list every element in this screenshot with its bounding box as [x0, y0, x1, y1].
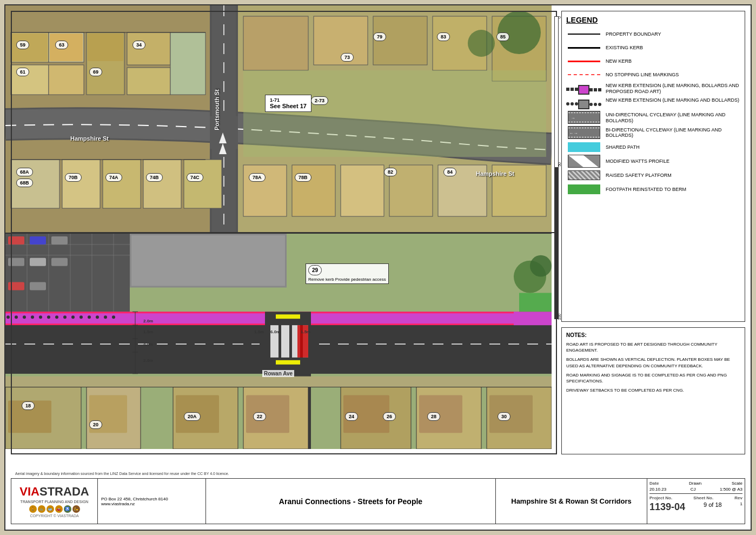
property-78A: 78A: [249, 173, 266, 182]
contact-info: PO Box 22 458, Christchurch 8140 www.via…: [98, 479, 206, 524]
lot-2-73: 2-73: [311, 96, 328, 105]
svg-rect-58: [130, 234, 287, 288]
svg-rect-30: [341, 165, 384, 216]
svg-rect-106: [419, 395, 462, 433]
property-61: 61: [16, 68, 29, 76]
legend-symbol-shared: [566, 142, 601, 153]
svg-point-67: [23, 315, 26, 319]
legend-symbol-raised: [566, 170, 601, 181]
property-74A: 74A: [105, 173, 122, 182]
svg-point-72: [63, 315, 67, 319]
property-74C: 74C: [187, 173, 203, 182]
date-value: 20.10.23: [649, 487, 666, 492]
drawing-border: 59 61 63 69 34 68A 68B 70B 74A 74B 74C 7…: [4, 4, 752, 531]
svg-point-73: [71, 315, 75, 319]
legend-panel: LEGEND PROPERTY BOUNDARY EXISTING KERB N…: [561, 11, 745, 322]
notes-panel: NOTES: ROAD ART IS PROPOSED TO BE ART DE…: [561, 327, 745, 454]
date-value-row: 20.10.23 CJ 1:500 @ A3: [649, 487, 742, 492]
note-1: ROAD ART IS PROPOSED TO BE ART DESIGNED …: [566, 341, 740, 353]
svg-rect-107: [489, 395, 533, 433]
legend-label-bi-cycle: BI-DIRECTIONAL CYCLEWAY (LINE MARKING AN…: [606, 127, 740, 139]
svg-point-76: [96, 315, 99, 319]
svg-rect-28: [243, 165, 287, 216]
legend-property-boundary: PROPERTY BOUNDARY: [566, 29, 740, 39]
vertical-scale-bar: [554, 16, 559, 319]
legend-symbol-watts: [566, 156, 601, 167]
dim-2m-2: 2.0m: [143, 358, 153, 363]
svg-point-68: [31, 315, 34, 319]
svg-rect-56: [8, 282, 24, 290]
note-2: BOLLARDS ARE SHOWN AS VERTICAL DEFLECTIO…: [566, 356, 740, 368]
map-bottom-panel: 18 20 20A 22 24 26 28 30 29 Remove kerb …: [5, 233, 552, 449]
property-70B: 70B: [65, 173, 82, 182]
location-cell: Hampshire St & Rowan St Corridors: [496, 479, 647, 524]
legend-kerb-ext-art: NEW KERB EXTENSION (LINE MARKING, BOLLAR…: [566, 83, 740, 95]
legend-shared-path: SHARED PATH: [566, 142, 740, 153]
project-row: Project No. Sheet No. Rev: [649, 496, 742, 500]
title-block: VIA STRADA TRANSPORT PLANNING AND DESIGN…: [11, 478, 745, 524]
legend-bi-cycleway: ←→ BI-DIRECTIONAL CYCLEWAY (LINE MARKING…: [566, 127, 740, 139]
project-values-row: 1139-04 9 of 18 1: [649, 501, 742, 513]
property-68B: 68B: [16, 179, 33, 187]
svg-point-91: [514, 261, 546, 293]
svg-rect-99: [416, 387, 481, 449]
portsmouth-st-label: Portsmouth St: [214, 89, 220, 130]
legend-symbol-property: [566, 29, 601, 39]
svg-rect-94: [5, 387, 81, 449]
rowan-ave-label: Rowan Ave: [262, 370, 294, 377]
project-title: Aranui Connections - Streets for People: [279, 497, 422, 506]
svg-point-74: [79, 315, 83, 319]
legend-label-no-stopping: NO STOPPING LINE MARKINGS: [606, 72, 740, 78]
svg-rect-93: [5, 377, 552, 387]
svg-rect-85: [276, 314, 300, 319]
svg-rect-59: [131, 235, 285, 286]
legend-label-existing-kerb: EXISTING KERB: [606, 45, 740, 51]
legend-label-new-kerb: NEW KERB: [606, 58, 740, 64]
scale-value: 1:500 @ A3: [720, 487, 742, 492]
legend-existing-kerb: EXISTING KERB: [566, 42, 740, 53]
svg-rect-100: [487, 387, 552, 449]
legend-symbol-bi-cycle: ←→: [566, 127, 601, 138]
svg-rect-14: [170, 32, 205, 95]
rev-label: Rev: [734, 496, 742, 500]
address: PO Box 22 458, Christchurch 8140: [101, 497, 202, 501]
svg-rect-63: [5, 323, 552, 325]
svg-marker-34: [219, 133, 227, 143]
svg-rect-26: [433, 16, 487, 70]
legend-label-raised: RAISED SAFETY PLATFORM: [606, 173, 740, 179]
scale-label-top: 0: [558, 16, 561, 18]
svg-rect-52: [51, 236, 68, 245]
icon-4: 🚗: [55, 505, 63, 513]
project-number: 1139-04: [649, 501, 685, 513]
svg-rect-82: [281, 325, 289, 358]
hampshire-st-label-right: Hampshire St: [476, 170, 514, 177]
svg-rect-13: [127, 68, 170, 95]
legend-label-uni-cycle: UNI-DIRECTIONAL CYCLEWAY (LINE MARKING A…: [606, 112, 740, 124]
location-text: Hampshire St & Rowan St Corridors: [511, 497, 631, 505]
project-name-cell: Aranui Connections - Streets for People: [206, 479, 496, 524]
svg-rect-86: [276, 360, 300, 365]
note-4: DRIVEWAY SETBACKS TO BE COMPLETED AS PER…: [566, 387, 740, 393]
svg-point-75: [88, 315, 91, 319]
dim-1-5m-2: 1.5m: [254, 329, 264, 334]
legend-label-kerb: NEW KERB EXTENSION (LINE MARKING AND BOL…: [606, 97, 740, 103]
scale-label-mid: 50: [558, 162, 561, 167]
property-26: 26: [383, 412, 396, 421]
sheet-label: Sheet No.: [693, 496, 713, 500]
legend-no-stopping: NO STOPPING LINE MARKINGS: [566, 69, 740, 80]
rev-value: 1: [740, 501, 742, 513]
svg-rect-0: [5, 5, 552, 233]
svg-rect-1: [5, 5, 211, 233]
scale-label-bot: 100: [558, 314, 561, 320]
icon-6: 🛵: [72, 505, 80, 513]
svg-rect-27: [492, 16, 546, 81]
callout-lot-29: 29: [308, 265, 386, 277]
icon-2: 🚲: [38, 505, 45, 513]
svg-rect-55: [51, 258, 68, 266]
dim-1-5m-3: 1.5m: [301, 329, 310, 334]
property-82: 82: [384, 168, 397, 176]
property-63: 63: [55, 41, 68, 49]
legend-symbol-no-stopping: [566, 69, 601, 80]
sheet-reference: 1-71 See Sheet 17: [265, 95, 311, 112]
drawn-label: Drawn: [689, 481, 701, 486]
